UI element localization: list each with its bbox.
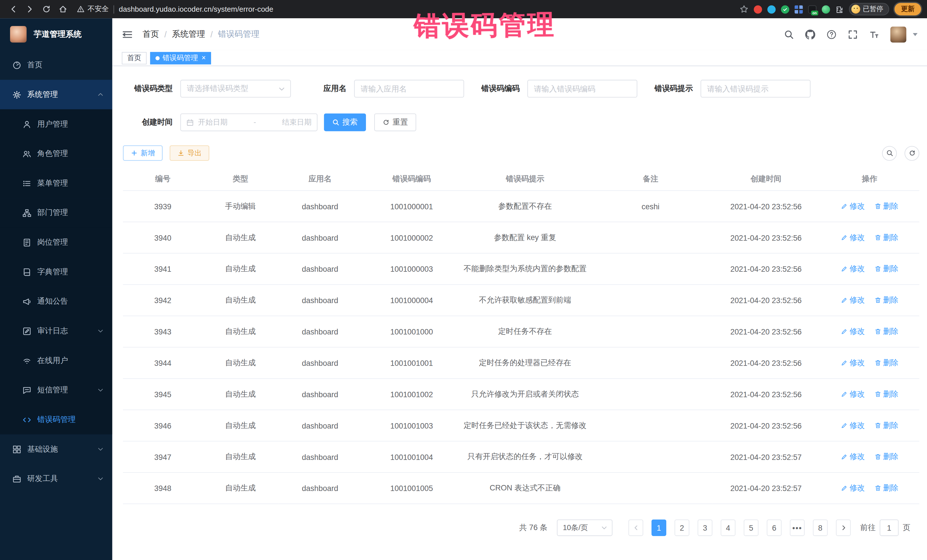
edit-link[interactable]: 修改 xyxy=(840,264,865,274)
extension-tampermonkey-icon[interactable]: on xyxy=(808,5,816,14)
page-button[interactable]: 3 xyxy=(698,519,713,536)
cell-app: dashboard xyxy=(278,347,362,379)
delete-link[interactable]: 删除 xyxy=(874,483,898,493)
browser-update-button[interactable]: 更新 xyxy=(895,3,921,15)
security-indicator[interactable]: 不安全 xyxy=(77,4,109,14)
edit-link[interactable]: 修改 xyxy=(840,295,865,305)
page-button[interactable]: 2 xyxy=(675,519,689,536)
tab-error-code[interactable]: 错误码管理 × xyxy=(150,52,211,64)
page-button[interactable]: 5 xyxy=(744,519,758,536)
prev-page-button[interactable] xyxy=(628,519,643,536)
extension-teal-icon[interactable] xyxy=(767,5,775,14)
error-code-input[interactable] xyxy=(527,80,637,97)
cell-msg: 定时任务已经处于该状态，无需修改 xyxy=(462,410,589,441)
sidebar-item-sms[interactable]: 短信管理 xyxy=(0,375,112,405)
forward-button[interactable] xyxy=(23,2,37,16)
fullscreen-icon[interactable] xyxy=(848,29,858,39)
app-logo: 芋道管理系统 xyxy=(0,18,112,50)
toggle-search-button[interactable] xyxy=(882,146,897,161)
search-button[interactable]: 搜索 xyxy=(324,114,366,131)
sidebar-item-online-user[interactable]: 在线用户 xyxy=(0,346,112,375)
help-icon[interactable] xyxy=(827,29,837,39)
page-button[interactable]: 6 xyxy=(767,519,781,536)
add-button[interactable]: 新增 xyxy=(123,146,163,161)
reset-button[interactable]: 重置 xyxy=(374,114,416,131)
delete-link[interactable]: 删除 xyxy=(874,201,898,212)
address-bar[interactable]: 不安全 dashboard.yudao.iocoder.cn/system/er… xyxy=(77,4,737,14)
sidebar-item-system[interactable]: 系统管理 xyxy=(0,80,112,109)
app-name-label: 应用名 xyxy=(307,83,346,94)
edit-link[interactable]: 修改 xyxy=(840,389,865,399)
bookmark-star-icon[interactable] xyxy=(739,5,748,14)
export-button[interactable]: 导出 xyxy=(170,146,209,161)
search-icon[interactable] xyxy=(784,29,794,39)
back-button[interactable] xyxy=(6,2,20,16)
page-size-select[interactable]: 10条/页 xyxy=(557,519,612,536)
delete-link[interactable]: 删除 xyxy=(874,326,898,337)
github-icon[interactable] xyxy=(805,29,815,39)
delete-link[interactable]: 删除 xyxy=(874,295,898,305)
delete-link[interactable]: 删除 xyxy=(874,358,898,368)
extension-red-icon[interactable] xyxy=(754,5,762,14)
hamburger-icon[interactable] xyxy=(122,29,133,40)
refresh-table-button[interactable] xyxy=(904,146,919,161)
tab-home[interactable]: 首页 xyxy=(122,52,147,64)
date-range-picker[interactable]: 开始日期 - 结束日期 xyxy=(180,114,318,131)
error-type-select[interactable]: 请选择错误码类型 xyxy=(180,80,291,97)
sidebar-item-dept[interactable]: 部门管理 xyxy=(0,198,112,228)
sidebar-item-post[interactable]: 岗位管理 xyxy=(0,228,112,257)
delete-link[interactable]: 删除 xyxy=(874,420,898,431)
cell-code: 1001001002 xyxy=(362,379,462,410)
delete-link[interactable]: 删除 xyxy=(874,264,898,274)
next-page-button[interactable] xyxy=(836,519,851,536)
user-avatar[interactable] xyxy=(890,26,906,42)
edit-link[interactable]: 修改 xyxy=(840,452,865,462)
cell-type: 自动生成 xyxy=(202,253,278,285)
sidebar-item-notice[interactable]: 通知公告 xyxy=(0,287,112,316)
edit-link[interactable]: 修改 xyxy=(840,232,865,243)
cell-id: 3943 xyxy=(123,316,202,347)
sidebar-item-menu[interactable]: 菜单管理 xyxy=(0,168,112,198)
edit-link[interactable]: 修改 xyxy=(840,420,865,431)
cell-time: 2021-04-20 23:52:57 xyxy=(712,441,820,472)
edit-link[interactable]: 修改 xyxy=(840,201,865,212)
delete-link[interactable]: 删除 xyxy=(874,232,898,243)
page-button-active[interactable]: 1 xyxy=(652,519,666,536)
divider xyxy=(114,5,114,14)
home-button[interactable] xyxy=(56,2,70,16)
goto-page-input[interactable] xyxy=(880,519,898,536)
page-button[interactable]: 8 xyxy=(813,519,828,536)
extensions-puzzle-icon[interactable] xyxy=(835,5,843,14)
url-text[interactable]: dashboard.yudao.iocoder.cn/system/error-… xyxy=(119,5,274,14)
edit-link[interactable]: 修改 xyxy=(840,358,865,368)
edit-link[interactable]: 修改 xyxy=(840,326,865,337)
profile-paused-chip[interactable]: 已暂停 xyxy=(849,3,889,15)
sidebar-item-dict[interactable]: 字典管理 xyxy=(0,257,112,287)
tab-close-icon[interactable]: × xyxy=(202,55,206,62)
reload-button[interactable] xyxy=(39,2,53,16)
delete-link[interactable]: 删除 xyxy=(874,389,898,399)
chevron-down-icon[interactable] xyxy=(913,33,918,36)
delete-link[interactable]: 删除 xyxy=(874,452,898,462)
page-button[interactable]: 4 xyxy=(721,519,736,536)
cell-code: 1001001003 xyxy=(362,410,462,441)
sidebar-item-home[interactable]: 首页 xyxy=(0,50,112,80)
sidebar-item-audit-log[interactable]: 审计日志 xyxy=(0,316,112,346)
extension-green-icon[interactable] xyxy=(821,5,830,14)
edit-link[interactable]: 修改 xyxy=(840,483,865,493)
breadcrumb-home[interactable]: 首页 xyxy=(143,29,159,39)
sidebar-item-infra[interactable]: 基础设施 xyxy=(0,434,112,464)
sidebar-item-role[interactable]: 角色管理 xyxy=(0,139,112,168)
sidebar-item-user[interactable]: 用户管理 xyxy=(0,109,112,139)
extension-grid-icon[interactable] xyxy=(794,5,802,14)
page-ellipsis[interactable]: ••• xyxy=(790,519,805,536)
app-name-input[interactable] xyxy=(354,80,464,97)
error-msg-input[interactable] xyxy=(701,80,811,97)
extension-check-icon[interactable] xyxy=(781,5,789,14)
cell-type: 自动生成 xyxy=(202,379,278,410)
sidebar-item-error-code[interactable]: 错误码管理 xyxy=(0,405,112,434)
font-size-icon[interactable] xyxy=(869,29,879,39)
breadcrumb-system[interactable]: 系统管理 xyxy=(172,29,205,39)
sidebar-item-devtool[interactable]: 研发工具 xyxy=(0,464,112,493)
app-title: 芋道管理系统 xyxy=(33,29,82,39)
